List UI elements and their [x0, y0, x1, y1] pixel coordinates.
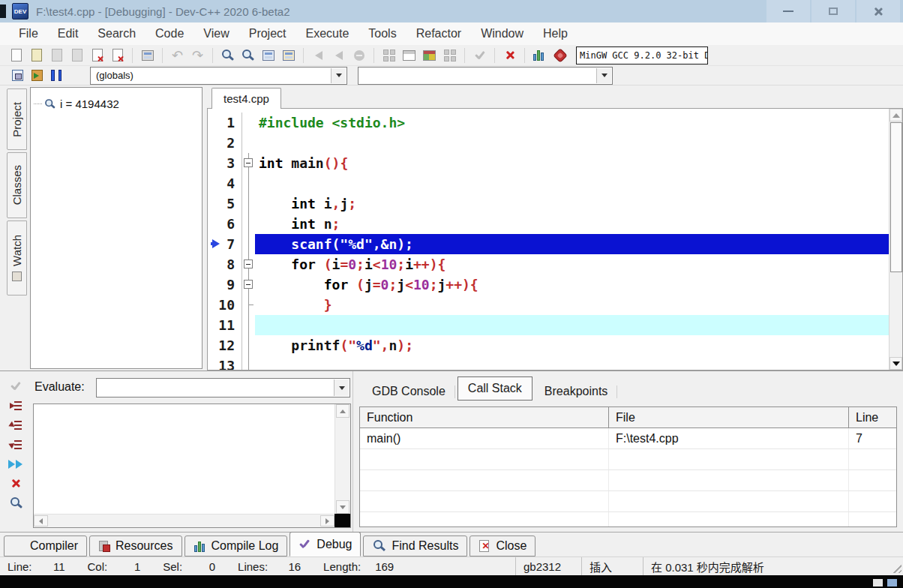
resize-grip[interactable]	[891, 562, 902, 573]
code-line-10[interactable]: 10 }	[208, 295, 889, 315]
new-source-icon[interactable]	[7, 46, 26, 64]
open-icon[interactable]	[27, 46, 46, 64]
sidebar-tab-watch[interactable]: Watch	[7, 220, 27, 296]
tab-breakpoints[interactable]: Breakpoints	[535, 382, 618, 402]
print-icon[interactable]	[138, 46, 157, 64]
pause-icon[interactable]	[47, 67, 65, 85]
scroll-up-icon[interactable]	[890, 109, 902, 122]
tab-test4-cpp[interactable]: test4.cpp	[212, 88, 281, 109]
run-icon[interactable]	[400, 46, 418, 64]
profile-icon[interactable]	[530, 46, 549, 64]
menu-code[interactable]: Code	[146, 22, 194, 45]
globals-select[interactable]: (globals)	[90, 67, 347, 85]
evaluate-output[interactable]	[33, 404, 351, 528]
column-header-function[interactable]: Function	[360, 407, 609, 428]
stop-execution-icon[interactable]	[500, 46, 519, 64]
menu-window[interactable]: Window	[471, 22, 533, 45]
step-statement-icon[interactable]	[28, 67, 46, 85]
replace-icon[interactable]	[259, 46, 278, 64]
code-line-1[interactable]: 1#include <stdio.h>	[208, 112, 889, 133]
code-line-5[interactable]: 5 int i,j;	[208, 194, 889, 214]
watch-item[interactable]: i = 4194432	[31, 88, 202, 111]
fold-collapse-icon[interactable]	[244, 158, 253, 167]
scroll-up-icon[interactable]	[336, 404, 350, 418]
tab-call-stack[interactable]: Call Stack	[458, 376, 532, 400]
menu-view[interactable]: View	[194, 22, 238, 45]
menu-refactor[interactable]: Refactor	[406, 22, 471, 45]
fold-collapse-icon[interactable]	[244, 260, 253, 268]
sidebar-tab-project[interactable]: Project	[7, 88, 27, 150]
fold-column[interactable]	[242, 254, 255, 274]
fold-collapse-icon[interactable]	[244, 280, 253, 289]
editor-scrollbar[interactable]	[889, 109, 902, 370]
next-line-icon[interactable]	[6, 396, 26, 415]
compile-icon[interactable]	[380, 46, 398, 64]
code-line-3[interactable]: 3int main(){	[208, 153, 889, 173]
rebuild-icon[interactable]	[440, 46, 459, 64]
syntax-check-icon[interactable]	[470, 46, 489, 64]
fold-column[interactable]	[242, 274, 255, 295]
find-in-files-icon[interactable]	[238, 46, 257, 64]
scroll-down-icon[interactable]	[336, 500, 350, 514]
members-select[interactable]	[358, 67, 613, 85]
column-header-line[interactable]: Line	[849, 407, 896, 428]
save-icon[interactable]	[47, 46, 66, 64]
code-line-6[interactable]: 6 int n;	[208, 214, 889, 234]
code-line-12[interactable]: 12 printf("%d",n);	[208, 335, 889, 356]
scroll-down-icon[interactable]	[890, 357, 902, 370]
callstack-row[interactable]: main()F:\test4.cpp7	[360, 428, 896, 449]
menu-project[interactable]: Project	[239, 22, 296, 45]
column-header-file[interactable]: File	[609, 407, 849, 428]
menu-file[interactable]: File	[9, 22, 48, 45]
menu-tools[interactable]: Tools	[358, 22, 406, 45]
bottom-tab-resources[interactable]: Resources	[89, 536, 182, 556]
continue-icon[interactable]	[6, 454, 26, 473]
close-file-icon[interactable]	[88, 46, 106, 64]
fold-column[interactable]	[242, 153, 255, 173]
menu-execute[interactable]: Execute	[296, 22, 359, 45]
profiling-errors-icon[interactable]	[550, 46, 569, 64]
code-editor[interactable]: 1#include <stdio.h>23int main(){45 int i…	[207, 108, 903, 370]
redo-icon[interactable]: ↷	[188, 46, 207, 64]
back-icon[interactable]	[309, 46, 328, 64]
code-line-13[interactable]: 13	[208, 356, 889, 370]
menu-edit[interactable]: Edit	[48, 22, 88, 45]
stop-debug-icon[interactable]	[6, 474, 26, 493]
code-line-2[interactable]: 2	[208, 133, 889, 153]
skip-line-icon[interactable]	[6, 435, 26, 454]
close-all-icon[interactable]	[108, 46, 127, 64]
close-button[interactable]	[856, 0, 900, 22]
code-line-9[interactable]: 9 for (j=0;j<10;j++){	[208, 274, 889, 295]
evaluate-scrollbar-horizontal[interactable]	[34, 514, 334, 527]
compile-run-icon[interactable]	[420, 46, 439, 64]
chevron-down-icon[interactable]	[596, 68, 611, 83]
tab-gdb-console[interactable]: GDB Console	[362, 382, 455, 402]
find-icon[interactable]	[218, 46, 237, 64]
maximize-button[interactable]	[812, 0, 855, 22]
bottom-tab-compile-log[interactable]: Compile Log	[184, 536, 288, 556]
bottom-tab-debug[interactable]: Debug	[290, 532, 361, 556]
bottom-tab-find-results[interactable]: Find Results	[363, 536, 467, 556]
forward-icon[interactable]	[329, 46, 348, 64]
add-watch-icon[interactable]	[8, 67, 26, 85]
evaluate-scrollbar-vertical[interactable]	[334, 404, 350, 514]
menu-search[interactable]: Search	[88, 22, 146, 45]
minimize-button[interactable]	[766, 0, 810, 22]
scrollbar-thumb[interactable]	[890, 122, 902, 272]
evaluate-icon[interactable]	[6, 494, 26, 512]
app-icon[interactable]: DEV	[12, 3, 28, 20]
bottom-tab-close[interactable]: Close	[470, 536, 536, 556]
save-all-icon[interactable]	[68, 46, 86, 64]
menu-help[interactable]: Help	[533, 22, 578, 45]
step-into-line-icon[interactable]	[6, 416, 26, 434]
chevron-down-icon[interactable]	[334, 380, 349, 396]
code-line-4[interactable]: 4	[208, 173, 889, 194]
undo-icon[interactable]: ↶	[168, 46, 187, 64]
scroll-right-icon[interactable]	[320, 515, 334, 526]
evaluate-input[interactable]	[96, 378, 350, 398]
chevron-down-icon[interactable]	[331, 68, 346, 83]
code-line-11[interactable]: 11	[208, 315, 889, 335]
abort-icon[interactable]	[350, 46, 368, 64]
code-line-7[interactable]: 7 scanf("%d",&n);	[208, 234, 889, 254]
code-line-8[interactable]: 8 for (i=0;i<10;i++){	[208, 254, 889, 274]
